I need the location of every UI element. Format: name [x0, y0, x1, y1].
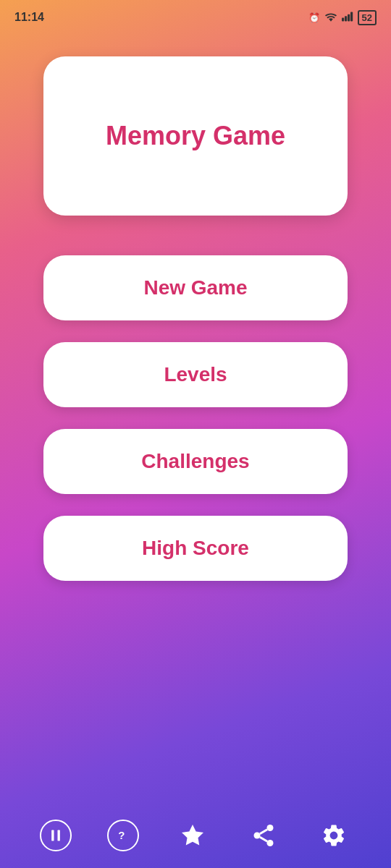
- svg-point-9: [266, 840, 273, 846]
- svg-line-10: [259, 837, 266, 841]
- svg-rect-0: [342, 17, 344, 21]
- title-card: Memory Game: [43, 56, 348, 216]
- levels-button[interactable]: Levels: [43, 342, 348, 407]
- status-time: 11:14: [14, 11, 44, 24]
- signal-icon: [342, 12, 353, 24]
- svg-point-7: [266, 825, 273, 831]
- svg-rect-5: [57, 830, 59, 841]
- battery-indicator: 52: [358, 10, 377, 25]
- bottom-nav: ?: [0, 803, 391, 868]
- pause-button[interactable]: [40, 820, 72, 851]
- high-score-button[interactable]: High Score: [43, 516, 348, 581]
- challenges-button[interactable]: Challenges: [43, 429, 348, 494]
- svg-rect-1: [345, 16, 347, 21]
- wifi-icon: [324, 12, 337, 24]
- star-button[interactable]: [175, 818, 210, 853]
- status-bar: 11:14 ⏰ 52: [0, 0, 391, 35]
- settings-button[interactable]: [316, 818, 351, 853]
- new-game-button[interactable]: New Game: [43, 255, 348, 320]
- menu-buttons: New Game Levels Challenges High Score: [43, 255, 348, 581]
- status-icons: ⏰ 52: [308, 10, 377, 25]
- main-content: Memory Game New Game Levels Challenges H…: [0, 35, 391, 803]
- svg-text:?: ?: [119, 829, 125, 841]
- svg-rect-2: [348, 14, 350, 21]
- svg-rect-4: [51, 830, 54, 841]
- help-button[interactable]: ?: [107, 820, 139, 851]
- svg-point-8: [253, 833, 260, 839]
- app-title: Memory Game: [106, 121, 285, 151]
- alarm-icon: ⏰: [308, 12, 320, 23]
- svg-line-11: [259, 830, 266, 834]
- share-button[interactable]: [246, 818, 281, 853]
- svg-rect-3: [350, 12, 353, 21]
